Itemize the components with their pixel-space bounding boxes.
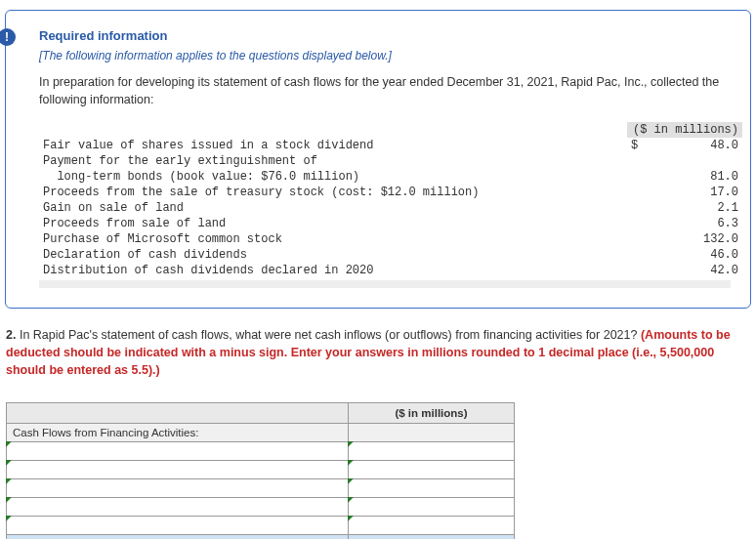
data-row-label: Gain on sale of land <box>39 200 627 216</box>
data-row-label: Proceeds from sale of land <box>39 216 627 231</box>
data-row-label: Distribution of cash dividends declared … <box>39 263 627 278</box>
answer-row-value-input[interactable] <box>349 479 515 498</box>
data-row-value <box>645 153 742 169</box>
answer-col-header: ($ in millions) <box>349 403 515 424</box>
answer-row-value-input[interactable] <box>349 442 515 461</box>
total-value-cell: $ 0.0 <box>349 535 515 539</box>
data-row-dollar <box>627 185 645 200</box>
data-row-label: Declaration of cash dividends <box>39 247 627 263</box>
required-info-panel: ! Required information [The following in… <box>5 10 751 309</box>
dropdown-corner-icon <box>348 460 354 466</box>
data-row-value: 132.0 <box>645 231 742 247</box>
data-row-value: 46.0 <box>645 247 742 263</box>
data-header: ($ in millions) <box>627 122 742 138</box>
dropdown-corner-icon <box>6 478 12 484</box>
dropdown-corner-icon <box>348 516 354 521</box>
answer-col-blank <box>7 403 349 424</box>
given-data-table: ($ in millions) Fair value of shares iss… <box>39 122 731 288</box>
answer-row-label-input[interactable] <box>7 479 349 498</box>
answer-row-label-input[interactable] <box>7 442 349 461</box>
dropdown-corner-icon <box>6 497 12 503</box>
data-row-dollar <box>627 200 645 216</box>
dropdown-corner-icon <box>348 478 354 484</box>
answer-row-value-input[interactable] <box>349 517 515 535</box>
scrollbar-track <box>39 280 731 288</box>
data-row-label: Proceeds from the sale of treasury stock… <box>39 185 627 200</box>
required-info-title: Required information <box>39 28 731 43</box>
data-row-value: 81.0 <box>645 169 742 185</box>
answer-row-label-input[interactable] <box>7 461 349 479</box>
data-row-label: Purchase of Microsoft common stock <box>39 231 627 247</box>
answer-row-value-input[interactable] <box>349 498 515 517</box>
answer-row-value-input[interactable] <box>349 461 515 479</box>
answer-row-label-input[interactable] <box>7 517 349 535</box>
data-row-label: Fair value of shares issued in a stock d… <box>39 138 627 153</box>
data-row-dollar <box>627 231 645 247</box>
section-label: Cash Flows from Financing Activities: <box>7 424 349 442</box>
total-label: Net cash inflows (outflows) from financi… <box>7 535 349 539</box>
data-row-dollar <box>627 216 645 231</box>
dropdown-corner-icon <box>348 441 354 447</box>
question-number: 2. <box>6 328 16 342</box>
alert-icon: ! <box>0 28 16 46</box>
answer-row-label-input[interactable] <box>7 498 349 517</box>
data-row-dollar <box>627 169 645 185</box>
prep-text: In preparation for developing its statem… <box>39 74 731 108</box>
dropdown-corner-icon <box>6 516 12 521</box>
data-row-label: long-term bonds (book value: $76.0 milli… <box>39 169 627 185</box>
data-row-value: 6.3 <box>645 216 742 231</box>
answer-table: ($ in millions) Cash Flows from Financin… <box>6 402 515 539</box>
data-row-value: 48.0 <box>645 138 742 153</box>
dropdown-corner-icon <box>6 460 12 466</box>
data-row-dollar <box>627 263 645 278</box>
data-row-value: 2.1 <box>645 200 742 216</box>
data-row-value: 17.0 <box>645 185 742 200</box>
section-value-blank <box>349 424 515 442</box>
data-row-dollar <box>627 153 645 169</box>
data-row-label: Payment for the early extinguishment of <box>39 153 627 169</box>
question-text: In Rapid Pac's statement of cash flows, … <box>20 328 641 342</box>
data-row-value: 42.0 <box>645 263 742 278</box>
dropdown-corner-icon <box>348 497 354 503</box>
applies-note: [The following information applies to th… <box>39 49 731 62</box>
dropdown-corner-icon <box>6 441 12 447</box>
data-row-dollar: $ <box>627 138 645 153</box>
question-block: 2. In Rapid Pac's statement of cash flow… <box>0 326 756 389</box>
data-row-dollar <box>627 247 645 263</box>
